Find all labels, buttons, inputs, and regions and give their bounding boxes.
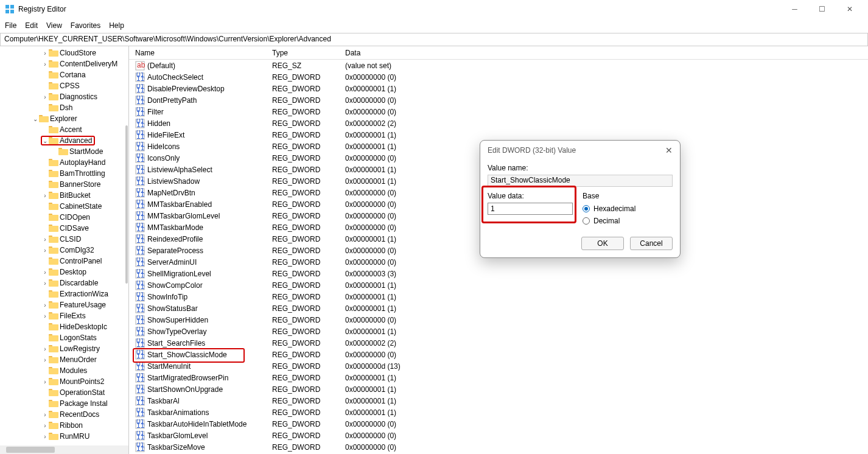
tree-item[interactable]: ›ContentDeliveryM xyxy=(0,58,128,69)
list-row[interactable]: 011110ShowInfoTipREG_DWORD0x00000001 (1) xyxy=(129,291,868,302)
radio-decimal[interactable]: Decimal xyxy=(583,215,635,227)
tree-item[interactable]: ›BitBucket xyxy=(0,190,128,201)
list-row[interactable]: 011110ShowSuperHiddenREG_DWORD0x00000000… xyxy=(129,314,868,326)
tree-item[interactable]: LogonStats xyxy=(0,332,128,343)
tree-item[interactable]: HideDesktopIc xyxy=(0,321,128,332)
list-row[interactable]: 011110ShowStatusBarREG_DWORD0x00000001 (… xyxy=(129,302,868,314)
value-name: ShellMigrationLevel xyxy=(147,270,272,278)
tree-item[interactable]: ›Discardable xyxy=(0,278,128,288)
tree-item[interactable]: ›CloudStore xyxy=(0,47,128,58)
tree-item[interactable]: ›RecentDocs xyxy=(0,409,128,420)
chevron-right-icon[interactable]: › xyxy=(41,411,49,418)
menu-edit[interactable]: Edit xyxy=(25,21,38,30)
list-row[interactable]: 011110StartMigratedBrowserPinREG_DWORD0x… xyxy=(129,372,868,383)
dialog-close-icon[interactable]: ✕ xyxy=(665,145,673,155)
chevron-right-icon[interactable]: › xyxy=(41,247,49,254)
tree-item[interactable]: Package Instal xyxy=(0,398,128,409)
value-data-input[interactable] xyxy=(488,203,573,215)
list-row[interactable]: 011110StartShownOnUpgradeREG_DWORD0x0000… xyxy=(129,383,868,395)
list-row[interactable]: 011110TaskbarAutoHideInTabletModeREG_DWO… xyxy=(129,418,868,430)
list-row[interactable]: 011110TaskbarSizeMoveREG_DWORD0x00000000… xyxy=(129,441,868,453)
tree-item[interactable]: ExtractionWiza xyxy=(0,288,128,299)
tree-item[interactable]: ›FileExts xyxy=(0,310,128,321)
tree-item[interactable]: ›ComDlg32 xyxy=(0,245,128,256)
list-row[interactable]: 011110ShowTypeOverlayREG_DWORD0x00000001… xyxy=(129,326,868,337)
tree-item[interactable]: OperationStat xyxy=(0,387,128,398)
tree-item[interactable]: ⌄Advanced xyxy=(0,135,128,146)
tree-item[interactable]: ›MenuOrder xyxy=(0,354,128,365)
chevron-right-icon[interactable]: › xyxy=(41,357,49,363)
list-row[interactable]: 011110ShellMigrationLevelREG_DWORD0x0000… xyxy=(129,268,868,279)
chevron-right-icon[interactable]: › xyxy=(41,422,49,429)
tree-item[interactable]: Accent xyxy=(0,124,128,135)
list-row[interactable]: 011110TaskbarAlREG_DWORD0x00000001 (1) xyxy=(129,395,868,407)
tree-item[interactable]: AutoplayHand xyxy=(0,157,128,168)
list-row[interactable]: ab(Default)REG_SZ(value not set) xyxy=(129,60,868,71)
tree-item[interactable]: ›Diagnostics xyxy=(0,91,128,102)
chevron-right-icon[interactable]: › xyxy=(41,302,49,309)
chevron-right-icon[interactable]: › xyxy=(41,280,49,287)
minimize-button[interactable]: ─ xyxy=(781,0,808,18)
list-row[interactable]: 011110HideFileExtREG_DWORD0x00000001 (1) xyxy=(129,129,868,141)
tree-item[interactable]: CabinetState xyxy=(0,201,128,212)
tree-item[interactable]: ›MountPoints2 xyxy=(0,376,128,387)
chevron-right-icon[interactable]: › xyxy=(41,346,49,352)
list-row[interactable]: 011110FilterREG_DWORD0x00000000 (0) xyxy=(129,106,868,117)
tree-item[interactable]: CIDOpen xyxy=(0,212,128,223)
close-button[interactable]: ✕ xyxy=(836,0,863,18)
address-bar[interactable]: Computer\HKEY_CURRENT_USER\Software\Micr… xyxy=(0,33,868,46)
chevron-right-icon[interactable]: › xyxy=(41,236,49,243)
tree-item[interactable]: CPSS xyxy=(0,80,128,91)
tree-item[interactable]: ⌄Explorer xyxy=(0,113,128,124)
chevron-right-icon[interactable]: › xyxy=(41,94,49,100)
menu-file[interactable]: File xyxy=(5,21,16,30)
menu-view[interactable]: View xyxy=(46,21,62,30)
tree-item[interactable]: CIDSave xyxy=(0,223,128,234)
menu-favorites[interactable]: Favorites xyxy=(71,21,100,30)
list-row[interactable]: 011110Start_ShowClassicModeREG_DWORD0x00… xyxy=(129,349,868,360)
radio-hexadecimal[interactable]: Hexadecimal xyxy=(583,203,635,215)
list-row[interactable]: 011110ShowCompColorREG_DWORD0x00000001 (… xyxy=(129,279,868,291)
tree-item[interactable]: BannerStore xyxy=(0,179,128,190)
list-row[interactable]: 011110AutoCheckSelectREG_DWORD0x00000000… xyxy=(129,71,868,83)
cancel-button[interactable]: Cancel xyxy=(630,237,673,250)
chevron-right-icon[interactable]: › xyxy=(41,313,49,320)
chevron-right-icon[interactable]: › xyxy=(41,269,49,276)
tree-item[interactable]: BamThrottling xyxy=(0,168,128,179)
menu-help[interactable]: Help xyxy=(109,21,124,30)
list-row[interactable]: 011110TaskbarAnimationsREG_DWORD0x000000… xyxy=(129,407,868,418)
tree-horizontal-scrollbar[interactable] xyxy=(0,445,128,454)
tree-item[interactable]: ›Ribbon xyxy=(0,420,128,431)
tree-vertical-scrollbar[interactable] xyxy=(125,46,128,454)
list-row[interactable]: 011110HiddenREG_DWORD0x00000002 (2) xyxy=(129,117,868,129)
list-row[interactable]: 011110Start_SearchFilesREG_DWORD0x000000… xyxy=(129,337,868,349)
tree-item[interactable]: ›Desktop xyxy=(0,267,128,278)
tree-item[interactable]: ›RunMRU xyxy=(0,431,128,442)
tree-item[interactable]: ›LowRegistry xyxy=(0,343,128,354)
chevron-right-icon[interactable]: › xyxy=(41,61,49,68)
column-type[interactable]: Type xyxy=(272,49,345,57)
tree-item[interactable]: StartMode xyxy=(0,146,128,157)
chevron-right-icon[interactable]: › xyxy=(41,192,49,199)
chevron-right-icon[interactable]: › xyxy=(41,433,49,440)
tree-item[interactable]: Cortana xyxy=(0,69,128,80)
list-row[interactable]: 011110DisablePreviewDesktopREG_DWORD0x00… xyxy=(129,83,868,94)
maximize-button[interactable]: ☐ xyxy=(808,0,836,18)
list-row[interactable]: 011110DontPrettyPathREG_DWORD0x00000000 … xyxy=(129,94,868,106)
list-row[interactable]: 011110StartMenuInitREG_DWORD0x0000000d (… xyxy=(129,360,868,372)
tree-item[interactable]: ControlPanel xyxy=(0,256,128,267)
chevron-right-icon[interactable]: › xyxy=(41,50,49,57)
chevron-down-icon[interactable]: ⌄ xyxy=(32,116,39,122)
ok-button[interactable]: OK xyxy=(581,237,624,250)
list-row[interactable]: 011110TaskbarGlomLevelREG_DWORD0x0000000… xyxy=(129,430,868,441)
column-data[interactable]: Data xyxy=(345,49,868,57)
tree-item[interactable]: ›CLSID xyxy=(0,234,128,245)
chevron-right-icon[interactable]: › xyxy=(41,379,49,385)
tree-item[interactable]: Dsh xyxy=(0,102,128,113)
registry-tree[interactable]: ›CloudStore›ContentDeliveryMCortanaCPSS›… xyxy=(0,46,128,443)
chevron-down-icon[interactable]: ⌄ xyxy=(41,138,49,144)
tree-item[interactable]: Modules xyxy=(0,365,128,376)
column-name[interactable]: Name xyxy=(135,49,272,57)
dialog-titlebar[interactable]: Edit DWORD (32-bit) Value ✕ xyxy=(480,141,680,160)
tree-item[interactable]: ›FeatureUsage xyxy=(0,299,128,310)
